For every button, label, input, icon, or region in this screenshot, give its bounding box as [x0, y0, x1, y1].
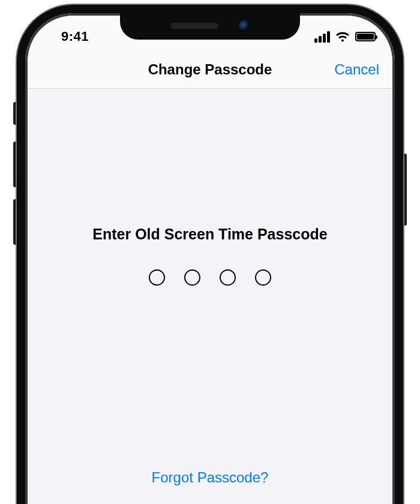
cellular-signal-icon	[314, 31, 330, 43]
nav-title: Change Passcode	[148, 61, 272, 78]
navigation-bar: Change Passcode Cancel	[28, 50, 392, 89]
speaker-grille	[170, 23, 218, 29]
power-button[interactable]	[403, 154, 407, 226]
battery-icon	[355, 32, 376, 41]
front-camera	[239, 20, 250, 31]
passcode-prompt: Enter Old Screen Time Passcode	[28, 226, 392, 243]
forgot-passcode-link[interactable]: Forgot Passcode?	[28, 469, 392, 486]
notch	[170, 20, 250, 31]
status-time: 9:41	[28, 29, 122, 44]
passcode-dot	[149, 269, 165, 286]
passcode-field[interactable]	[28, 269, 392, 286]
passcode-dot	[255, 269, 271, 286]
content-area: Enter Old Screen Time Passcode Forgot Pa…	[28, 89, 392, 504]
device-frame: 9:41 Change Passcode Cancel	[17, 5, 403, 504]
wifi-icon	[335, 31, 350, 43]
cancel-button[interactable]: Cancel	[334, 61, 379, 78]
screen: 9:41 Change Passcode Cancel	[28, 16, 392, 504]
passcode-dot	[184, 269, 200, 286]
passcode-dot	[220, 269, 236, 286]
